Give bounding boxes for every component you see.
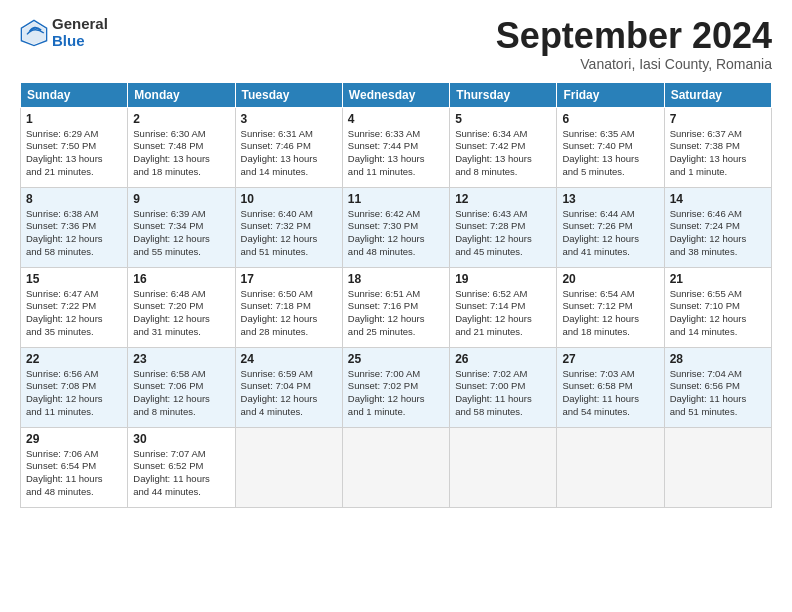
weekday-header-sunday: Sunday	[21, 82, 128, 107]
day-number: 1	[26, 112, 122, 126]
month-title: September 2024	[496, 16, 772, 56]
day-number: 9	[133, 192, 229, 206]
day-info: Sunrise: 6:38 AM Sunset: 7:36 PM Dayligh…	[26, 208, 122, 259]
calendar-cell: 24Sunrise: 6:59 AM Sunset: 7:04 PM Dayli…	[235, 347, 342, 427]
day-info: Sunrise: 6:29 AM Sunset: 7:50 PM Dayligh…	[26, 128, 122, 179]
day-info: Sunrise: 6:52 AM Sunset: 7:14 PM Dayligh…	[455, 288, 551, 339]
weekday-header-saturday: Saturday	[664, 82, 771, 107]
calendar-week-2: 8Sunrise: 6:38 AM Sunset: 7:36 PM Daylig…	[21, 187, 772, 267]
day-number: 4	[348, 112, 444, 126]
day-number: 19	[455, 272, 551, 286]
day-info: Sunrise: 7:06 AM Sunset: 6:54 PM Dayligh…	[26, 448, 122, 499]
day-info: Sunrise: 6:37 AM Sunset: 7:38 PM Dayligh…	[670, 128, 766, 179]
day-number: 12	[455, 192, 551, 206]
weekday-header-friday: Friday	[557, 82, 664, 107]
calendar-cell	[342, 427, 449, 507]
logo: General Blue	[20, 16, 108, 49]
calendar-cell: 19Sunrise: 6:52 AM Sunset: 7:14 PM Dayli…	[450, 267, 557, 347]
day-info: Sunrise: 6:48 AM Sunset: 7:20 PM Dayligh…	[133, 288, 229, 339]
day-info: Sunrise: 6:40 AM Sunset: 7:32 PM Dayligh…	[241, 208, 337, 259]
calendar-cell: 30Sunrise: 7:07 AM Sunset: 6:52 PM Dayli…	[128, 427, 235, 507]
calendar-cell: 28Sunrise: 7:04 AM Sunset: 6:56 PM Dayli…	[664, 347, 771, 427]
day-number: 18	[348, 272, 444, 286]
weekday-header-wednesday: Wednesday	[342, 82, 449, 107]
calendar-cell: 25Sunrise: 7:00 AM Sunset: 7:02 PM Dayli…	[342, 347, 449, 427]
day-number: 23	[133, 352, 229, 366]
day-info: Sunrise: 7:07 AM Sunset: 6:52 PM Dayligh…	[133, 448, 229, 499]
day-info: Sunrise: 7:03 AM Sunset: 6:58 PM Dayligh…	[562, 368, 658, 419]
day-number: 25	[348, 352, 444, 366]
logo-general-text: General	[52, 16, 108, 33]
calendar-cell: 18Sunrise: 6:51 AM Sunset: 7:16 PM Dayli…	[342, 267, 449, 347]
calendar-table: SundayMondayTuesdayWednesdayThursdayFrid…	[20, 82, 772, 508]
calendar-cell: 14Sunrise: 6:46 AM Sunset: 7:24 PM Dayli…	[664, 187, 771, 267]
day-number: 30	[133, 432, 229, 446]
day-number: 16	[133, 272, 229, 286]
page: General Blue September 2024 Vanatori, Ia…	[0, 0, 792, 518]
weekday-header-row: SundayMondayTuesdayWednesdayThursdayFrid…	[21, 82, 772, 107]
day-number: 24	[241, 352, 337, 366]
day-number: 13	[562, 192, 658, 206]
day-info: Sunrise: 6:51 AM Sunset: 7:16 PM Dayligh…	[348, 288, 444, 339]
day-info: Sunrise: 6:46 AM Sunset: 7:24 PM Dayligh…	[670, 208, 766, 259]
title-block: September 2024 Vanatori, Iasi County, Ro…	[496, 16, 772, 72]
logo-text: General Blue	[52, 16, 108, 49]
day-number: 17	[241, 272, 337, 286]
day-info: Sunrise: 6:43 AM Sunset: 7:28 PM Dayligh…	[455, 208, 551, 259]
calendar-cell: 11Sunrise: 6:42 AM Sunset: 7:30 PM Dayli…	[342, 187, 449, 267]
calendar-cell: 7Sunrise: 6:37 AM Sunset: 7:38 PM Daylig…	[664, 107, 771, 187]
day-info: Sunrise: 6:34 AM Sunset: 7:42 PM Dayligh…	[455, 128, 551, 179]
day-number: 3	[241, 112, 337, 126]
calendar-cell: 8Sunrise: 6:38 AM Sunset: 7:36 PM Daylig…	[21, 187, 128, 267]
calendar-cell	[557, 427, 664, 507]
calendar-cell: 29Sunrise: 7:06 AM Sunset: 6:54 PM Dayli…	[21, 427, 128, 507]
day-number: 6	[562, 112, 658, 126]
calendar-week-1: 1Sunrise: 6:29 AM Sunset: 7:50 PM Daylig…	[21, 107, 772, 187]
weekday-header-tuesday: Tuesday	[235, 82, 342, 107]
day-number: 22	[26, 352, 122, 366]
day-number: 28	[670, 352, 766, 366]
day-number: 5	[455, 112, 551, 126]
day-number: 10	[241, 192, 337, 206]
day-info: Sunrise: 6:44 AM Sunset: 7:26 PM Dayligh…	[562, 208, 658, 259]
calendar-cell: 23Sunrise: 6:58 AM Sunset: 7:06 PM Dayli…	[128, 347, 235, 427]
day-number: 15	[26, 272, 122, 286]
calendar-cell: 22Sunrise: 6:56 AM Sunset: 7:08 PM Dayli…	[21, 347, 128, 427]
calendar-cell: 2Sunrise: 6:30 AM Sunset: 7:48 PM Daylig…	[128, 107, 235, 187]
calendar-cell: 15Sunrise: 6:47 AM Sunset: 7:22 PM Dayli…	[21, 267, 128, 347]
calendar-cell: 20Sunrise: 6:54 AM Sunset: 7:12 PM Dayli…	[557, 267, 664, 347]
calendar-cell: 16Sunrise: 6:48 AM Sunset: 7:20 PM Dayli…	[128, 267, 235, 347]
weekday-header-thursday: Thursday	[450, 82, 557, 107]
day-info: Sunrise: 7:04 AM Sunset: 6:56 PM Dayligh…	[670, 368, 766, 419]
day-number: 11	[348, 192, 444, 206]
logo-icon	[20, 19, 48, 47]
day-info: Sunrise: 6:55 AM Sunset: 7:10 PM Dayligh…	[670, 288, 766, 339]
day-info: Sunrise: 6:47 AM Sunset: 7:22 PM Dayligh…	[26, 288, 122, 339]
day-number: 27	[562, 352, 658, 366]
day-number: 2	[133, 112, 229, 126]
calendar-cell: 5Sunrise: 6:34 AM Sunset: 7:42 PM Daylig…	[450, 107, 557, 187]
calendar-week-4: 22Sunrise: 6:56 AM Sunset: 7:08 PM Dayli…	[21, 347, 772, 427]
calendar-cell	[664, 427, 771, 507]
day-info: Sunrise: 6:30 AM Sunset: 7:48 PM Dayligh…	[133, 128, 229, 179]
day-info: Sunrise: 6:58 AM Sunset: 7:06 PM Dayligh…	[133, 368, 229, 419]
day-info: Sunrise: 7:00 AM Sunset: 7:02 PM Dayligh…	[348, 368, 444, 419]
logo-blue-text: Blue	[52, 33, 108, 50]
calendar-cell: 17Sunrise: 6:50 AM Sunset: 7:18 PM Dayli…	[235, 267, 342, 347]
day-info: Sunrise: 6:33 AM Sunset: 7:44 PM Dayligh…	[348, 128, 444, 179]
day-number: 14	[670, 192, 766, 206]
header: General Blue September 2024 Vanatori, Ia…	[20, 16, 772, 72]
calendar-week-5: 29Sunrise: 7:06 AM Sunset: 6:54 PM Dayli…	[21, 427, 772, 507]
calendar-cell: 27Sunrise: 7:03 AM Sunset: 6:58 PM Dayli…	[557, 347, 664, 427]
day-info: Sunrise: 6:35 AM Sunset: 7:40 PM Dayligh…	[562, 128, 658, 179]
calendar-cell: 13Sunrise: 6:44 AM Sunset: 7:26 PM Dayli…	[557, 187, 664, 267]
calendar-cell: 21Sunrise: 6:55 AM Sunset: 7:10 PM Dayli…	[664, 267, 771, 347]
day-number: 7	[670, 112, 766, 126]
calendar-cell: 12Sunrise: 6:43 AM Sunset: 7:28 PM Dayli…	[450, 187, 557, 267]
day-info: Sunrise: 7:02 AM Sunset: 7:00 PM Dayligh…	[455, 368, 551, 419]
calendar-cell	[450, 427, 557, 507]
calendar-cell: 3Sunrise: 6:31 AM Sunset: 7:46 PM Daylig…	[235, 107, 342, 187]
day-info: Sunrise: 6:54 AM Sunset: 7:12 PM Dayligh…	[562, 288, 658, 339]
day-info: Sunrise: 6:56 AM Sunset: 7:08 PM Dayligh…	[26, 368, 122, 419]
day-number: 29	[26, 432, 122, 446]
